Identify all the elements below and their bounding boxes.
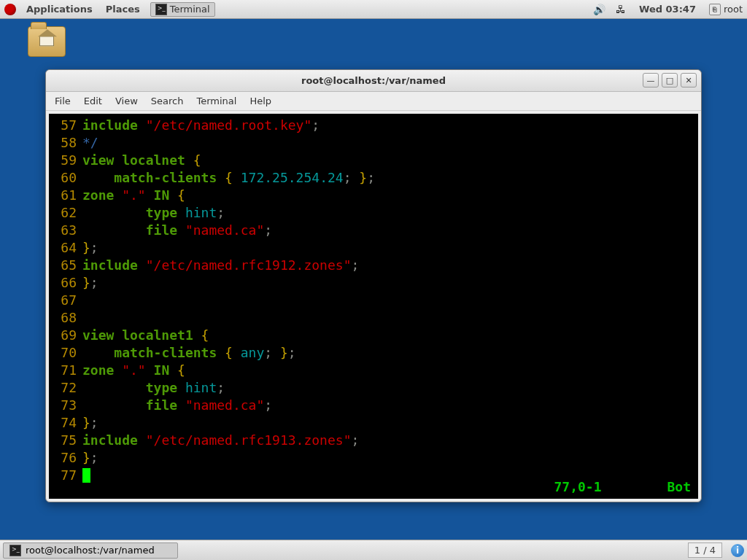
code-token [82,205,146,220]
line-number: 66 [52,274,77,292]
code-token: include [82,257,146,273]
code-token: "/etc/named.rfc1912.zones" [146,257,352,273]
running-app-terminal[interactable]: Terminal [150,2,215,17]
vim-status-line: 77,0-1 Bot [554,478,691,496]
code-token: ; [288,345,296,360]
window-titlebar[interactable]: root@localhost:/var/named — □ ✕ [46,70,701,92]
taskbar-entry-label: root@localhost:/var/named [26,545,155,556]
code-line: 59view localnet { [52,152,692,169]
close-button[interactable]: ✕ [681,73,697,88]
code-line: 64}; [52,239,692,257]
minimize-button[interactable]: — [643,73,659,88]
code-token: { [177,362,185,378]
user-menu[interactable]: ⎘ root [709,4,743,15]
user-label: root [724,4,743,15]
code-token: "named.ca" [185,397,264,413]
menu-search[interactable]: Search [151,96,184,106]
code-token: { [193,152,201,168]
code-line: 61zone "." IN { [52,187,692,204]
line-number: 73 [52,397,77,414]
menu-view[interactable]: View [115,96,138,106]
code-line: 68 [52,309,692,327]
code-token: hint [185,205,217,220]
menu-help[interactable]: Help [249,96,271,106]
code-token: ; [217,380,225,395]
clock[interactable]: Wed 03:47 [636,2,699,16]
menu-file[interactable]: File [55,96,71,106]
bottom-panel: root@localhost:/var/named 1 / 4 i [0,540,747,560]
home-icon [39,36,54,46]
line-number: 74 [52,414,77,432]
taskbar-entry-terminal[interactable]: root@localhost:/var/named [3,542,178,559]
places-menu[interactable]: Places [103,2,143,16]
code-token: ; [367,170,375,185]
code-token: ; [264,397,272,413]
code-line: 75include "/etc/named.rfc1913.zones"; [52,432,692,449]
code-line: 73 file "named.ca"; [52,397,692,414]
line-number: 71 [52,362,77,379]
line-number: 63 [52,222,77,239]
code-line: 72 type hint; [52,379,692,397]
line-number: 76 [52,449,77,467]
code-line: 67 [52,292,692,309]
code-token [82,170,114,185]
menu-terminal[interactable]: Terminal [196,96,236,106]
workspace-switcher[interactable]: 1 / 4 [688,542,722,558]
code-token: ; [90,240,98,255]
code-token: { [201,327,209,343]
top-panel: Applications Places Terminal 🔊 🖧 Wed 03:… [0,0,747,19]
line-number: 70 [52,344,77,362]
code-line: 70 match-clients { any; }; [52,344,692,362]
code-token: "/etc/named.rfc1913.zones" [146,432,352,448]
terminal-viewport[interactable]: 57include "/etc/named.root.key";58*/59vi… [49,114,698,499]
top-panel-left: Applications Places Terminal [4,2,215,17]
network-icon[interactable]: 🖧 [616,4,626,15]
cursor [82,468,90,483]
line-number: 72 [52,379,77,397]
code-token: ; [344,170,360,185]
code-line: 57include "/etc/named.root.key"; [52,117,692,134]
line-number: 57 [52,117,77,134]
code-line: 58*/ [52,134,692,152]
help-icon[interactable]: i [731,544,744,557]
code-line: 62 type hint; [52,204,692,222]
code-token: ; [90,275,98,290]
code-token [82,345,114,360]
code-token: { [225,170,241,185]
distro-icon[interactable] [4,4,16,15]
code-token: hint [185,380,217,395]
code-token: IN [146,362,177,378]
code-token: any [241,345,265,360]
code-token: view localnet1 [82,327,201,343]
desktop-home-icon[interactable] [26,26,67,57]
line-number: 64 [52,239,77,257]
maximize-button[interactable]: □ [662,73,678,88]
code-line: 60 match-clients { 172.25.254.24; }; [52,169,692,187]
code-line: 76}; [52,449,692,467]
line-number: 65 [52,257,77,274]
code-token: type [146,205,185,220]
code-token: ; [351,257,359,273]
code-token: { [177,187,185,203]
code-token: include [82,117,146,133]
terminal-window: root@localhost:/var/named — □ ✕ File Edi… [45,69,702,502]
line-number: 77 [52,467,77,484]
code-token: zone [82,362,122,378]
window-menubar: File Edit View Search Terminal Help [46,92,701,111]
code-token [82,380,146,395]
applications-menu[interactable]: Applications [23,2,96,16]
code-token: include [82,432,146,448]
menu-edit[interactable]: Edit [84,96,102,106]
code-token: ; [90,450,98,465]
window-title: root@localhost:/var/named [46,75,701,86]
code-token: */ [82,135,98,150]
code-token: "/etc/named.root.key" [146,117,312,133]
code-line: 65include "/etc/named.rfc1912.zones"; [52,257,692,274]
volume-icon[interactable]: 🔊 [593,4,605,15]
user-icon: ⎘ [709,4,721,15]
code-token: ; [264,345,280,360]
code-token: } [359,170,367,185]
code-token: match-clients [114,170,225,185]
line-number: 58 [52,134,77,152]
code-token: match-clients [114,345,225,360]
